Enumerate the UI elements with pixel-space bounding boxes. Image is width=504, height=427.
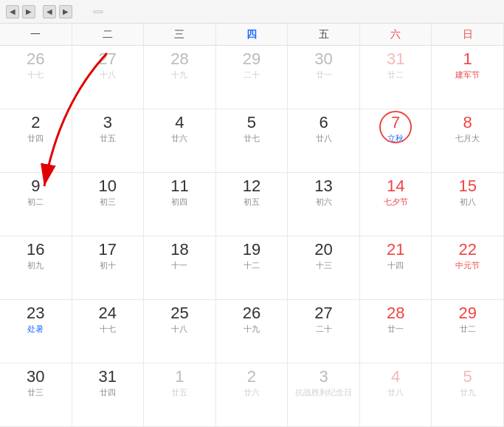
day-number: 31 <box>387 50 404 68</box>
month-next-btn[interactable]: ▶ <box>59 5 72 18</box>
day-number: 31 <box>99 368 117 386</box>
cal-cell[interactable]: 31廿二 <box>360 46 432 109</box>
lunar-label: 廿二 <box>460 324 476 335</box>
cal-cell[interactable]: 7立秋 <box>360 109 432 173</box>
cal-cell[interactable]: 3廿五 <box>72 109 145 173</box>
cal-cell[interactable]: 5廿九 <box>432 363 504 427</box>
lunar-label: 十四 <box>387 260 404 271</box>
cal-cell[interactable]: 23处暑 <box>0 300 72 363</box>
cal-cell[interactable]: 1建军节 <box>432 46 504 109</box>
cal-cell[interactable]: 27十八 <box>72 46 145 109</box>
weekday-header: 一 二 三 四 五 六 日 <box>0 24 504 46</box>
year-next-btn[interactable]: ▶ <box>22 5 35 18</box>
cal-cell[interactable]: 2廿六 <box>216 363 289 427</box>
cal-cell[interactable]: 2廿四 <box>0 109 72 173</box>
day-number: 27 <box>99 50 117 68</box>
cal-cell[interactable]: 9初二 <box>0 173 72 236</box>
cal-cell[interactable]: 24十七 <box>72 300 145 363</box>
cal-cell[interactable]: 19十二 <box>216 236 289 300</box>
year-prev-btn[interactable]: ◀ <box>6 5 19 18</box>
cal-cell[interactable]: 28十九 <box>144 46 216 109</box>
day-number: 24 <box>99 304 117 322</box>
cal-cell[interactable]: 14七夕节 <box>360 173 432 236</box>
weekday-sat: 六 <box>360 24 432 45</box>
lunar-label: 初二 <box>27 197 44 208</box>
lunar-label: 十七 <box>27 69 44 81</box>
cal-cell[interactable]: 18十一 <box>144 236 216 300</box>
day-number: 21 <box>387 241 404 259</box>
day-number: 11 <box>170 177 188 195</box>
cal-cell[interactable]: 4廿八 <box>360 363 432 427</box>
cal-cell[interactable]: 30廿三 <box>0 363 72 427</box>
cal-cell[interactable]: 12初五 <box>216 173 289 236</box>
day-number: 20 <box>314 241 332 259</box>
cal-cell[interactable]: 11初四 <box>144 173 216 236</box>
day-number: 19 <box>243 241 260 259</box>
lunar-label: 十一 <box>171 260 187 271</box>
lunar-label: 初五 <box>244 197 260 208</box>
cal-cell[interactable]: 29廿二 <box>432 300 504 363</box>
day-number: 10 <box>99 177 117 195</box>
month-prev-btn[interactable]: ◀ <box>43 5 56 18</box>
cal-cell[interactable]: 26十七 <box>0 46 72 109</box>
lunar-label: 处暑 <box>27 324 44 335</box>
cal-cell[interactable]: 20十三 <box>288 236 360 300</box>
header-left: ◀ ▶ ◀ ▶ <box>6 5 103 18</box>
cal-cell[interactable]: 8七月大 <box>432 109 504 173</box>
cal-cell[interactable]: 13初六 <box>288 173 360 236</box>
lunar-label: 初三 <box>100 197 116 208</box>
cal-cell[interactable]: 31廿四 <box>72 363 145 427</box>
weekday-sun: 日 <box>432 24 504 45</box>
day-number: 18 <box>170 241 188 259</box>
day-number: 30 <box>314 50 332 68</box>
lunar-label: 建军节 <box>455 69 480 81</box>
cal-cell[interactable]: 26十九 <box>216 300 289 363</box>
day-number: 5 <box>247 114 256 131</box>
month-nav: ◀ ▶ <box>43 5 72 18</box>
lunar-label: 初六 <box>316 197 332 208</box>
weekday-tue: 二 <box>72 24 145 45</box>
cal-cell[interactable]: 16初九 <box>0 236 72 300</box>
weekday-mon: 一 <box>0 24 72 45</box>
cal-cell[interactable]: 29二十 <box>216 46 289 109</box>
lunar-label: 十七 <box>100 324 116 335</box>
calendar-grid: 26十七27十八28十九29二十30廿一31廿二1建军节2廿四3廿五4廿六5廿七… <box>0 46 504 427</box>
lunar-label: 抗战胜利纪念日 <box>295 387 352 398</box>
lunar-label: 二十 <box>244 69 260 81</box>
day-number: 4 <box>175 114 184 131</box>
lunar-label: 廿一 <box>316 69 332 81</box>
return-today-btn[interactable] <box>93 10 103 13</box>
day-number: 3 <box>103 114 112 131</box>
cal-cell[interactable]: 17初十 <box>72 236 145 300</box>
day-number: 28 <box>387 304 404 322</box>
day-number: 5 <box>463 368 472 386</box>
cal-cell[interactable]: 3抗战胜利纪念日 <box>288 363 360 427</box>
lunar-label: 初四 <box>171 197 187 208</box>
lunar-label: 廿八 <box>316 133 332 144</box>
day-number: 22 <box>458 241 476 259</box>
day-number: 26 <box>243 304 260 322</box>
day-number: 27 <box>314 304 332 322</box>
cal-cell[interactable]: 22中元节 <box>432 236 504 300</box>
cal-cell[interactable]: 5廿七 <box>216 109 289 173</box>
cal-cell[interactable]: 30廿一 <box>288 46 360 109</box>
cal-cell[interactable]: 27二十 <box>288 300 360 363</box>
lunar-label: 初八 <box>460 197 476 208</box>
year-nav: ◀ ▶ <box>6 5 35 18</box>
day-number: 12 <box>243 177 260 195</box>
app-container: ◀ ▶ ◀ ▶ 一 二 三 四 五 六 日 26十七27十八28十九29二十30… <box>0 0 504 427</box>
cal-cell[interactable]: 6廿八 <box>288 109 360 173</box>
cal-cell[interactable]: 1廿五 <box>144 363 216 427</box>
cal-cell[interactable]: 28廿一 <box>360 300 432 363</box>
cal-cell[interactable]: 4廿六 <box>144 109 216 173</box>
day-number: 8 <box>463 114 472 131</box>
day-number: 23 <box>27 304 44 322</box>
lunar-label: 十三 <box>316 260 332 271</box>
cal-cell[interactable]: 21十四 <box>360 236 432 300</box>
day-number: 14 <box>387 177 404 195</box>
day-number: 15 <box>458 177 476 195</box>
cal-cell[interactable]: 10初三 <box>72 173 145 236</box>
cal-cell[interactable]: 15初八 <box>432 173 504 236</box>
cal-cell[interactable]: 25十八 <box>144 300 216 363</box>
lunar-label: 立秋 <box>387 133 404 144</box>
